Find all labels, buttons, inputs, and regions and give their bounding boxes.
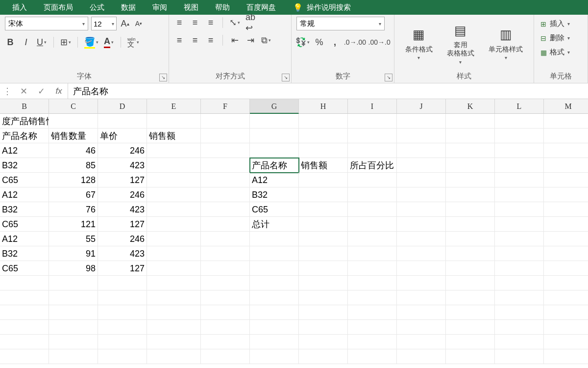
cell-D-17[interactable] — [98, 349, 147, 364]
cell-M-1[interactable] — [544, 114, 588, 129]
cell-B-14[interactable] — [0, 305, 49, 320]
align-launcher-icon[interactable]: ↘ — [282, 74, 290, 81]
cell-M-3[interactable] — [544, 143, 588, 158]
cell-H-5[interactable] — [299, 173, 348, 187]
cell-E-2[interactable]: 销售额 — [147, 129, 201, 143]
cell-F-6[interactable] — [201, 187, 250, 202]
cell-G-1[interactable] — [250, 114, 299, 129]
cell-C-11[interactable]: 98 — [49, 261, 98, 276]
cell-C-17[interactable] — [49, 349, 98, 364]
column-header-M[interactable]: M — [544, 99, 588, 114]
column-header-D[interactable]: D — [98, 99, 147, 114]
align-center-icon[interactable]: ≡ — [190, 34, 200, 46]
cell-M-16[interactable] — [544, 335, 588, 349]
cell-H-12[interactable] — [299, 276, 348, 290]
cell-I-6[interactable] — [348, 187, 397, 202]
cell-H-9[interactable] — [299, 232, 348, 246]
cell-F-7[interactable] — [201, 202, 250, 217]
conditional-formatting-button[interactable]: ▦ 条件格式 ▾ — [401, 26, 437, 62]
menu-insert[interactable]: 插入 — [4, 3, 35, 12]
cell-J-7[interactable] — [397, 202, 446, 217]
align-middle-icon[interactable]: ≡ — [190, 17, 200, 28]
cell-I-3[interactable] — [348, 143, 397, 158]
cell-M-10[interactable] — [544, 246, 588, 261]
menu-formulas[interactable]: 公式 — [81, 3, 113, 12]
cell-M-15[interactable] — [544, 320, 588, 335]
cell-B-7[interactable]: B32 — [0, 202, 49, 217]
cell-L-4[interactable] — [495, 158, 544, 173]
cell-B-4[interactable]: B32 — [0, 158, 49, 173]
borders-button[interactable]: ⊞ — [60, 36, 71, 48]
cell-J-17[interactable] — [397, 349, 446, 364]
column-header-J[interactable]: J — [397, 99, 446, 114]
menu-view[interactable]: 视图 — [175, 3, 207, 12]
cell-J-16[interactable] — [397, 335, 446, 349]
cell-G-8[interactable]: 总计 — [250, 217, 299, 232]
cell-B-11[interactable]: C65 — [0, 261, 49, 276]
cell-C-13[interactable] — [49, 290, 98, 305]
cell-I-10[interactable] — [348, 246, 397, 261]
align-left-icon[interactable]: ≡ — [174, 34, 185, 46]
fill-color-button[interactable]: 🪣 — [84, 36, 98, 48]
comma-format-icon[interactable]: , — [330, 36, 341, 48]
cell-E-14[interactable] — [147, 305, 201, 320]
column-header-L[interactable]: L — [495, 99, 544, 114]
cell-C-10[interactable]: 91 — [49, 246, 98, 261]
cell-F-16[interactable] — [201, 335, 250, 349]
cell-J-5[interactable] — [397, 173, 446, 187]
cell-I-14[interactable] — [348, 305, 397, 320]
cell-G-3[interactable] — [250, 143, 299, 158]
cell-B-10[interactable]: B32 — [0, 246, 49, 261]
cell-F-13[interactable] — [201, 290, 250, 305]
menu-data[interactable]: 数据 — [113, 3, 144, 12]
cell-C-1[interactable] — [49, 114, 98, 129]
cell-B-5[interactable]: C65 — [0, 173, 49, 187]
cell-F-8[interactable] — [201, 217, 250, 232]
cell-J-13[interactable] — [397, 290, 446, 305]
cell-J-4[interactable] — [397, 158, 446, 173]
cell-C-14[interactable] — [49, 305, 98, 320]
cell-K-5[interactable] — [446, 173, 495, 187]
cell-B-6[interactable]: A12 — [0, 187, 49, 202]
cell-D-6[interactable]: 246 — [98, 187, 147, 202]
cell-B-2[interactable]: 产品名称 — [0, 129, 49, 143]
cell-G-16[interactable] — [250, 335, 299, 349]
cell-L-1[interactable] — [495, 114, 544, 129]
cell-C-5[interactable]: 128 — [49, 173, 98, 187]
cancel-icon[interactable]: ✕ — [15, 86, 32, 97]
menu-pagelayout[interactable]: 页面布局 — [35, 3, 81, 12]
cell-L-3[interactable] — [495, 143, 544, 158]
column-header-E[interactable]: E — [147, 99, 201, 114]
tell-me[interactable]: 操作说明搜索 — [307, 3, 359, 12]
cell-D-1[interactable] — [98, 114, 147, 129]
cell-J-2[interactable] — [397, 129, 446, 143]
percent-format-icon[interactable]: % — [314, 36, 325, 48]
cell-L-2[interactable] — [495, 129, 544, 143]
cell-D-15[interactable] — [98, 320, 147, 335]
cell-K-11[interactable] — [446, 261, 495, 276]
cell-D-7[interactable]: 423 — [98, 202, 147, 217]
decrease-font-icon[interactable]: A▾ — [133, 18, 144, 29]
cell-F-12[interactable] — [201, 276, 250, 290]
cell-B-9[interactable]: A12 — [0, 232, 49, 246]
cell-L-7[interactable] — [495, 202, 544, 217]
menu-baidu[interactable]: 百度网盘 — [238, 3, 284, 12]
cell-D-4[interactable]: 423 — [98, 158, 147, 173]
cell-L-9[interactable] — [495, 232, 544, 246]
cell-M-7[interactable] — [544, 202, 588, 217]
cell-C-4[interactable]: 85 — [49, 158, 98, 173]
align-right-icon[interactable]: ≡ — [205, 34, 216, 46]
cell-K-10[interactable] — [446, 246, 495, 261]
cell-I-13[interactable] — [348, 290, 397, 305]
cell-L-8[interactable] — [495, 217, 544, 232]
cell-I-12[interactable] — [348, 276, 397, 290]
cell-K-7[interactable] — [446, 202, 495, 217]
cell-I-8[interactable] — [348, 217, 397, 232]
cell-K-14[interactable] — [446, 305, 495, 320]
cell-E-11[interactable] — [147, 261, 201, 276]
underline-button[interactable]: U — [36, 36, 47, 48]
orientation-icon[interactable]: ⤡ — [229, 17, 240, 28]
cell-M-12[interactable] — [544, 276, 588, 290]
cell-K-16[interactable] — [446, 335, 495, 349]
cell-H-7[interactable] — [299, 202, 348, 217]
